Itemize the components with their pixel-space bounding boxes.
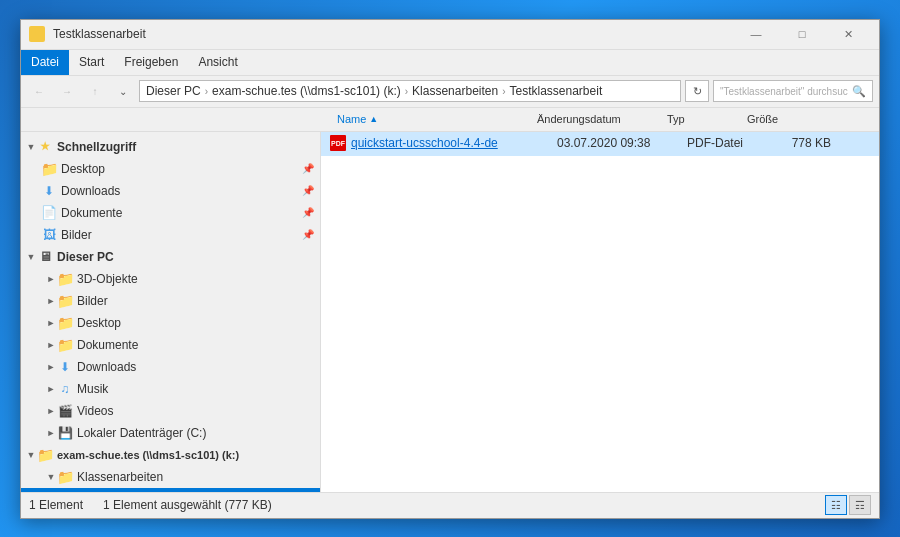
downloads-quick-label: Downloads [61,184,120,198]
window-title: Testklassenarbeit [53,27,733,41]
thispc-header[interactable]: ▼ 🖥 Dieser PC [21,246,320,268]
quickaccess-label: Schnellzugriff [57,140,136,154]
dokumente-quick-expander [29,207,41,219]
downloads-expander: ► [45,361,57,373]
file-name-0: quickstart-ucsschool-4.4-de [351,136,551,150]
col-name[interactable]: Name ▲ [331,113,531,125]
status-bar: 1 Element 1 Element ausgewählt (777 KB) … [21,492,879,518]
downloads-label: Downloads [77,360,136,374]
status-left: 1 Element 1 Element ausgewählt (777 KB) [29,498,825,512]
path-drive: exam-schue.tes (\\dms1-sc101) (k:) [212,84,401,98]
main-content: ▼ ★ Schnellzugriff 📁 Desktop 📌 ⬇ Downloa… [21,132,879,492]
status-selected: 1 Element ausgewählt (777 KB) [103,498,272,512]
downloads-quick-icon: ⬇ [41,183,57,199]
sidebar-item-musik[interactable]: ► ♫ Musik [21,378,320,400]
localdisk-expander: ► [45,427,57,439]
thispc-label: Dieser PC [57,250,114,264]
localdisk-icon: 💾 [57,425,73,441]
path-sep-1: › [205,86,208,97]
klassenarbeiten-expander: ▼ [45,471,57,483]
col-date[interactable]: Änderungsdatum [531,113,661,125]
pin-icon-desktop: 📌 [302,163,314,174]
path-thispc: Dieser PC [146,84,201,98]
pdf-icon: PDF [330,135,346,151]
bilder-label: Bilder [77,294,108,308]
file-type-0: PDF-Datei [681,136,761,150]
view-tiles-button[interactable]: ☶ [849,495,871,515]
sidebar-item-downloads-quick[interactable]: ⬇ Downloads 📌 [21,180,320,202]
forward-button[interactable]: → [55,79,79,103]
maximize-button[interactable]: □ [779,19,825,49]
bilder-quick-expander [29,229,41,241]
col-size[interactable]: Größe [741,113,821,125]
sidebar-item-3dobjects[interactable]: ► 📁 3D-Objekte [21,268,320,290]
status-count: 1 Element [29,498,83,512]
search-box[interactable]: "Testklassenarbeit" durchsuch... 🔍 [713,80,873,102]
sidebar: ▼ ★ Schnellzugriff 📁 Desktop 📌 ⬇ Downloa… [21,132,321,492]
quickaccess-icon: ★ [37,139,53,155]
menu-ansicht[interactable]: Ansicht [188,50,247,75]
explorer-window: Testklassenarbeit — □ ✕ Datei Start Frei… [20,19,880,519]
col-type[interactable]: Typ [661,113,741,125]
desktop-icon: 📁 [57,315,73,331]
downloads-icon: ⬇ [57,359,73,375]
menu-bar: Datei Start Freigeben Ansicht [21,50,879,76]
desktop-quick-expander [29,163,41,175]
sidebar-item-bilder[interactable]: ► 📁 Bilder [21,290,320,312]
minimize-button[interactable]: — [733,19,779,49]
window-controls: — □ ✕ [733,19,871,49]
sidebar-item-dokumente-quick[interactable]: 📄 Dokumente 📌 [21,202,320,224]
quickaccess-expander: ▼ [25,141,37,153]
networkdrive-header[interactable]: ▼ 📁 exam-schue.tes (\\dms1-sc101) (k:) [21,444,320,466]
desktop-quick-label: Desktop [61,162,105,176]
dokumente-quick-label: Dokumente [61,206,122,220]
svg-rect-1 [31,31,36,33]
sidebar-item-bilder-quick[interactable]: 🖼 Bilder 📌 [21,224,320,246]
title-bar-icons [29,26,45,42]
sidebar-item-desktop[interactable]: ► 📁 Desktop [21,312,320,334]
menu-start[interactable]: Start [69,50,114,75]
search-placeholder: "Testklassenarbeit" durchsuch... [720,86,848,97]
address-path[interactable]: Dieser PC › exam-schue.tes (\\dms1-sc101… [139,80,681,102]
musik-expander: ► [45,383,57,395]
close-button[interactable]: ✕ [825,19,871,49]
file-size-0: 778 KB [761,136,841,150]
svg-rect-0 [31,32,43,39]
sidebar-item-videos[interactable]: ► 🎬 Videos [21,400,320,422]
search-icon: 🔍 [852,85,866,98]
desktop-expander: ► [45,317,57,329]
sidebar-item-localdisk[interactable]: ► 💾 Lokaler Datenträger (C:) [21,422,320,444]
up-button[interactable]: ↑ [83,79,107,103]
sidebar-item-klassenarbeiten[interactable]: ▼ 📁 Klassenarbeiten [21,466,320,488]
quickaccess-header[interactable]: ▼ ★ Schnellzugriff [21,136,320,158]
menu-datei[interactable]: Datei [21,50,69,75]
view-details-button[interactable]: ☷ [825,495,847,515]
pin-icon-dokumente: 📌 [302,207,314,218]
dokumente-label: Dokumente [77,338,138,352]
videos-expander: ► [45,405,57,417]
address-bar: ← → ↑ ⌄ Dieser PC › exam-schue.tes (\\dm… [21,76,879,108]
sidebar-item-downloads[interactable]: ► ⬇ Downloads [21,356,320,378]
column-headers: Name ▲ Änderungsdatum Typ Größe [21,108,879,132]
videos-icon: 🎬 [57,403,73,419]
recent-button[interactable]: ⌄ [111,79,135,103]
path-current: Testklassenarbeit [510,84,603,98]
file-date-0: 03.07.2020 09:38 [551,136,681,150]
thispc-expander: ▼ [25,251,37,263]
sidebar-item-dokumente[interactable]: ► 📁 Dokumente [21,334,320,356]
networkdrive-label: exam-schue.tes (\\dms1-sc101) (k:) [57,449,239,461]
refresh-button[interactable]: ↻ [685,80,709,102]
sidebar-item-desktop-quick[interactable]: 📁 Desktop 📌 [21,158,320,180]
dokumente-expander: ► [45,339,57,351]
bilder-icon: 📁 [57,293,73,309]
3dobjects-label: 3D-Objekte [77,272,138,286]
pin-icon-downloads: 📌 [302,185,314,196]
back-button[interactable]: ← [27,79,51,103]
path-klassenarbeiten: Klassenarbeiten [412,84,498,98]
networkdrive-expander: ▼ [25,449,37,461]
sort-arrow: ▲ [369,114,378,124]
bilder-quick-icon: 🖼 [41,227,57,243]
menu-freigeben[interactable]: Freigeben [114,50,188,75]
pdf-file-icon: PDF [329,134,347,152]
file-row-0[interactable]: PDF quickstart-ucsschool-4.4-de 03.07.20… [321,132,879,156]
